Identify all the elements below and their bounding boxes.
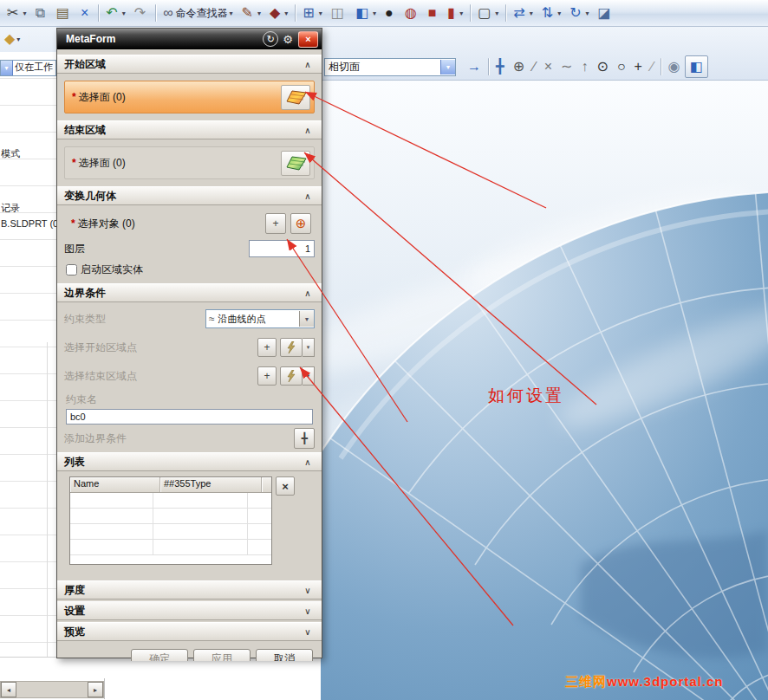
- start-point-split-button: ▾: [280, 338, 315, 357]
- section-header-end-region[interactable]: 结束区域 ∧: [57, 120, 322, 139]
- start-region-solid-checkbox[interactable]: [66, 264, 77, 275]
- reset-icon: ↻: [267, 34, 275, 45]
- point-constructor-button[interactable]: +: [265, 213, 286, 234]
- copy-icon[interactable]: ⧉: [30, 3, 51, 23]
- section-header-thickness[interactable]: 厚度 ∨: [57, 580, 322, 600]
- remove-boundary-button[interactable]: ×: [276, 476, 295, 496]
- undo-icon[interactable]: ↶ ▾: [101, 3, 129, 23]
- cut-icon[interactable]: ✂ ▾: [3, 3, 30, 23]
- boundary-list-table[interactable]: Name ##355Type: [69, 476, 272, 565]
- red-jar-icon[interactable]: ◍: [400, 3, 424, 23]
- collapse-icon[interactable]: ∧: [301, 60, 315, 69]
- work-part-combo[interactable]: ▼ 仅在工作: [0, 60, 56, 76]
- table-row[interactable]: [70, 509, 271, 524]
- end-point-snap-button[interactable]: [280, 366, 303, 386]
- shaded-sphere-icon[interactable]: ●: [381, 3, 400, 23]
- snap-midpoint-icon[interactable]: ∕: [529, 56, 540, 77]
- section-header-list[interactable]: 列表 ∧: [57, 452, 322, 471]
- end-point-dialog-button[interactable]: +: [257, 366, 277, 386]
- navigator-panel: ▼ 仅在工作 模式 记录 B.SLDPRT (0: [0, 52, 57, 676]
- select-object-row[interactable]: * 选择对象 (0) + ⊕: [64, 211, 315, 237]
- expand-icon[interactable]: ∨: [301, 586, 315, 595]
- end-face-select-button[interactable]: [281, 151, 310, 176]
- partial-edge-icon[interactable]: ◪: [594, 3, 618, 23]
- display-panel-icon[interactable]: ▢ ▾: [473, 3, 503, 23]
- constraint-name-input[interactable]: [66, 409, 313, 425]
- format-brush-icon[interactable]: ◆ ▾: [265, 3, 292, 23]
- red-cube-icon[interactable]: ■: [424, 3, 444, 23]
- red-cylinder-icon[interactable]: ▮ ▾: [443, 3, 467, 23]
- selection-filter-combo[interactable]: 相切面 ▼: [324, 58, 456, 76]
- swap-view-icon[interactable]: ⇄ ▾: [509, 3, 537, 23]
- end-point-split-button: ▾: [280, 366, 315, 386]
- delete-icon[interactable]: ×: [76, 3, 95, 23]
- snap-pole-icon[interactable]: ↑: [576, 56, 592, 77]
- apply-arrow-icon[interactable]: →: [463, 56, 485, 77]
- horizontal-scrollbar[interactable]: ◂ ▸: [0, 681, 104, 698]
- scroll-right-button[interactable]: ▸: [88, 682, 103, 697]
- rotate-view-icon[interactable]: ↻ ▾: [565, 3, 593, 23]
- command-finder-icon[interactable]: ∞ 命令查找器 ▾: [159, 3, 237, 23]
- left-dock-icon-1[interactable]: ◆ ▾: [0, 29, 24, 49]
- csys-constructor-button[interactable]: ⊕: [290, 213, 311, 234]
- start-region-select-face-row[interactable]: * 选择面 (0): [64, 81, 315, 113]
- table-row[interactable]: [70, 540, 271, 555]
- expand-icon[interactable]: ∨: [301, 627, 315, 637]
- section-header-transform-geometry[interactable]: 变换几何体 ∧: [57, 186, 322, 205]
- graphics-viewport[interactable]: [321, 80, 768, 700]
- cancel-button[interactable]: 取消: [256, 649, 313, 661]
- chevron-down-icon[interactable]: ▾: [303, 366, 315, 386]
- collapse-icon[interactable]: ∧: [301, 191, 315, 201]
- table-row[interactable]: [70, 524, 271, 540]
- constraint-type-combo[interactable]: ≈ 沿曲线的点 ▼: [205, 309, 315, 328]
- chevron-down-icon[interactable]: ▼: [299, 311, 314, 327]
- warm-face-icon: [284, 88, 307, 106]
- section-header-settings[interactable]: 设置 ∨: [57, 601, 322, 620]
- scroll-left-button[interactable]: ◂: [1, 682, 16, 697]
- layer-input[interactable]: [249, 240, 315, 257]
- sphere-tool-icon[interactable]: ◉: [664, 56, 685, 77]
- window-grid-icon[interactable]: ⊞ ▾: [298, 3, 326, 23]
- orient-view-icon[interactable]: ⇅ ▾: [537, 3, 565, 23]
- work-cube-icon[interactable]: ◧: [685, 55, 708, 78]
- end-region-select-face-row[interactable]: * 选择面 (0): [64, 146, 315, 179]
- collapse-icon[interactable]: ∧: [301, 288, 315, 298]
- collapse-icon[interactable]: ∧: [301, 457, 315, 467]
- snap-control-point-icon[interactable]: ×: [540, 56, 556, 77]
- snap-curve-point-icon[interactable]: ∼: [556, 56, 576, 77]
- snap-quadrant-icon[interactable]: ○: [613, 56, 630, 77]
- snap-point-toggle-icon[interactable]: ╋: [491, 56, 509, 77]
- navigator-item-mode[interactable]: 模式: [1, 147, 56, 160]
- start-point-snap-button[interactable]: [280, 338, 303, 357]
- redo-icon[interactable]: ↷: [130, 3, 153, 23]
- dialog-titlebar[interactable]: MetaForm ↻ ⚙ ×: [57, 29, 322, 49]
- add-boundary-button[interactable]: ╋: [294, 428, 315, 449]
- collapse-icon[interactable]: ∧: [301, 126, 315, 135]
- left-dock-icon-2[interactable]: ◨ ▾: [24, 29, 29, 49]
- snap-endpoint-icon[interactable]: ⊕: [509, 56, 529, 77]
- navigator-item-part[interactable]: B.SLDPRT (0: [1, 218, 56, 229]
- dialog-options-button[interactable]: ⚙: [283, 33, 293, 46]
- chevron-down-icon[interactable]: ▼: [1, 61, 13, 75]
- pen-tool-icon[interactable]: ✎ ▾: [238, 3, 265, 23]
- dialog-reset-button[interactable]: ↻: [263, 31, 278, 47]
- dialog-close-button[interactable]: ×: [298, 31, 318, 48]
- section-header-start-region[interactable]: 开始区域 ∧: [57, 55, 322, 74]
- view-glasses-icon[interactable]: ◫: [327, 3, 351, 23]
- expand-icon[interactable]: ∨: [301, 606, 315, 616]
- snap-arc-center-icon[interactable]: ⊙: [592, 56, 612, 77]
- apply-button[interactable]: 应用: [193, 649, 251, 661]
- section-header-preview[interactable]: 预览 ∨: [57, 622, 322, 641]
- table-row[interactable]: [70, 493, 271, 509]
- snap-point-on-curve-icon[interactable]: ∕: [647, 56, 658, 77]
- start-face-select-button[interactable]: [281, 85, 310, 110]
- section-header-boundary-conditions[interactable]: 边界条件 ∧: [57, 283, 322, 302]
- chevron-down-icon[interactable]: ▼: [440, 60, 455, 75]
- start-point-dialog-button[interactable]: +: [257, 338, 277, 357]
- navigator-item-history[interactable]: 记录: [1, 202, 56, 215]
- blue-cube-icon[interactable]: ◧ ▾: [351, 3, 381, 23]
- snap-existing-point-icon[interactable]: +: [630, 56, 647, 77]
- paste-icon[interactable]: ▤: [52, 3, 76, 23]
- chevron-down-icon[interactable]: ▾: [303, 338, 315, 357]
- ok-button[interactable]: 确定: [131, 649, 188, 661]
